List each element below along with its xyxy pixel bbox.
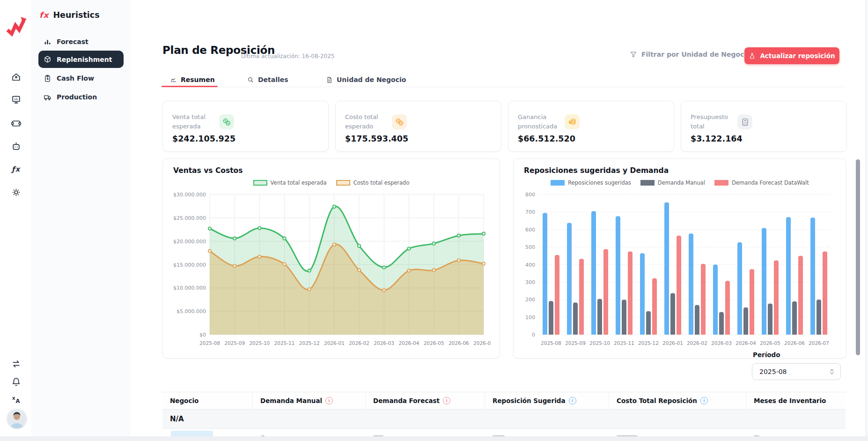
active-tab-underline — [162, 86, 218, 87]
svg-text:2026-03: 2026-03 — [711, 340, 732, 346]
sidebar-item-cash-flow[interactable]: $ Cash Flow — [38, 70, 124, 86]
right-gutter — [865, 0, 868, 436]
svg-text:2025-10: 2025-10 — [589, 340, 610, 346]
svg-text:2025-09: 2025-09 — [565, 340, 586, 346]
package-icon — [44, 55, 51, 63]
fx-icon[interactable]: ƒx — [7, 160, 25, 178]
svg-text:2026-02: 2026-02 — [687, 340, 707, 346]
app-window: ƒx x A — [0, 0, 868, 441]
update-replenishment-button[interactable]: Actualizar reposición — [744, 47, 839, 64]
svg-text:2025-12: 2025-12 — [638, 340, 659, 346]
svg-text:$25.000.000: $25.000.000 — [173, 215, 206, 221]
tab-resumen[interactable]: Resumen — [170, 73, 215, 87]
tab-detalles[interactable]: Detalles — [247, 73, 288, 87]
chart-title: Reposiciones sugeridas y Demanda — [524, 166, 669, 175]
period-label: Período — [753, 351, 780, 359]
svg-text:2026-05: 2026-05 — [760, 340, 780, 346]
svg-text:2025-08: 2025-08 — [541, 340, 561, 346]
info-icon[interactable]: i — [569, 397, 576, 404]
ticket-icon[interactable] — [7, 114, 25, 132]
search-icon — [247, 76, 254, 83]
legend-item[interactable]: Reposiciones sugeridas — [551, 179, 631, 186]
scrollbar-thumb[interactable] — [856, 159, 860, 355]
app-title: fx Heuristics — [39, 10, 100, 20]
svg-text:x: x — [12, 395, 15, 400]
svg-text:100: 100 — [525, 314, 535, 321]
svg-text:2025-08: 2025-08 — [199, 340, 220, 346]
flask-icon — [749, 52, 756, 60]
transfer-arrows-icon[interactable] — [7, 355, 25, 373]
replenishment-table: Negocio Demanda Manuali Demanda Forecast… — [162, 392, 846, 441]
svg-text:2025-10: 2025-10 — [249, 340, 270, 346]
gear-icon[interactable] — [7, 183, 25, 201]
reposiciones-demanda-chart-card: Reposiciones sugeridas y Demanda Reposic… — [513, 158, 846, 359]
svg-text:2026-07: 2026-07 — [473, 340, 491, 346]
icon-rail: ƒx x A — [0, 0, 32, 441]
svg-text:600: 600 — [525, 227, 535, 233]
col-negocio: Negocio — [162, 392, 252, 409]
info-icon[interactable]: i — [700, 397, 708, 404]
table-group-row: N/A — [162, 410, 846, 429]
svg-text:$5.000.000: $5.000.000 — [177, 308, 206, 314]
kpi-value: $175.593.405 — [345, 134, 408, 143]
info-icon[interactable]: i — [443, 397, 450, 404]
svg-text:2026-01: 2026-01 — [324, 340, 345, 346]
fx-brand-icon: fx — [39, 10, 49, 20]
chevron-up-down-icon — [829, 368, 835, 375]
monitor-icon[interactable] — [7, 90, 25, 108]
svg-text:500: 500 — [525, 244, 535, 250]
ventas-vs-costos-chart-card: Ventas vs Costos Venta total esperadaCos… — [162, 158, 500, 359]
legend-item[interactable]: Demanda Manual — [640, 179, 705, 186]
svg-text:$20.000.000: $20.000.000 — [173, 239, 206, 245]
info-icon[interactable]: i — [325, 397, 333, 404]
sidebar-item-production[interactable]: Production — [38, 89, 124, 105]
svg-text:400: 400 — [525, 262, 535, 268]
kpi-value: $3.122.164 — [691, 134, 743, 143]
user-avatar[interactable] — [7, 409, 27, 429]
bar-chart-legend: Reposiciones sugeridasDemanda ManualDema… — [514, 179, 846, 186]
table-header-row: Negocio Demanda Manuali Demanda Forecast… — [162, 392, 846, 410]
ventas-vs-costos-chart: $0$5.000.000$10.000.000$15.000.000$20.00… — [169, 188, 491, 350]
bot-icon[interactable] — [7, 137, 25, 155]
kpi-value: $242.105.925 — [172, 134, 235, 143]
home-icon[interactable] — [7, 68, 25, 86]
tabs-divider — [162, 87, 846, 87]
dollar-stack-icon: $ — [565, 114, 580, 129]
translate-icon[interactable]: x A — [7, 390, 25, 408]
bell-icon[interactable] — [7, 373, 25, 390]
svg-text:$: $ — [46, 77, 49, 81]
truck-icon — [44, 93, 51, 101]
svg-text:2025-11: 2025-11 — [274, 340, 295, 346]
brand-logo[interactable] — [5, 14, 28, 38]
svg-text:$10.000.000: $10.000.000 — [173, 285, 206, 291]
svg-text:2025-09: 2025-09 — [224, 340, 245, 346]
kpi-card-ganancia: Ganancia pronosticada $ $66.512.520 — [508, 101, 674, 152]
tab-unidad-de-negocio[interactable]: Unidad de Negocio — [326, 73, 406, 87]
period-select[interactable]: 2025-08 — [752, 363, 841, 380]
main-content: Plan de Reposición Última actualización:… — [130, 0, 868, 441]
reposiciones-demanda-chart: 01002003004005006007008002025-082025-092… — [520, 188, 838, 350]
svg-text:2026-03: 2026-03 — [374, 340, 394, 346]
sidebar-item-forecast[interactable]: Forecast — [38, 34, 124, 50]
svg-text:2025-11: 2025-11 — [614, 340, 634, 346]
sidebar-item-replenishment[interactable]: Replenishment — [38, 51, 124, 68]
kpi-value: $66.512.520 — [518, 134, 575, 143]
legend-item[interactable]: Venta total esperada — [253, 179, 327, 186]
kpi-card-venta-total: Venta total esperada $242.105.925 — [162, 101, 329, 152]
calculator-icon — [737, 114, 752, 129]
legend-item[interactable]: Demanda Forecast DataWalt — [714, 179, 809, 186]
svg-text:2026-01: 2026-01 — [662, 340, 683, 346]
line-chart-legend: Venta total esperadaCosto total esperado — [163, 179, 500, 186]
svg-text:0: 0 — [532, 332, 535, 338]
svg-text:$: $ — [568, 120, 571, 124]
col-reposicion-sugerida: Reposición Sugeridai — [485, 392, 609, 409]
app-sidebar: fx Heuristics Forecast Replenishment $ C… — [31, 0, 131, 441]
svg-text:2026-06: 2026-06 — [449, 340, 469, 346]
clipboard-dollar-icon: $ — [44, 75, 51, 82]
filter-by-business-unit-button[interactable]: Filtrar por Unidad de Negocio — [630, 51, 751, 58]
svg-text:2026-02: 2026-02 — [349, 340, 369, 346]
svg-text:A: A — [15, 397, 20, 404]
svg-text:$0: $0 — [199, 332, 206, 338]
chart-title: Ventas vs Costos — [173, 166, 243, 175]
legend-item[interactable]: Costo total esperado — [336, 179, 410, 186]
